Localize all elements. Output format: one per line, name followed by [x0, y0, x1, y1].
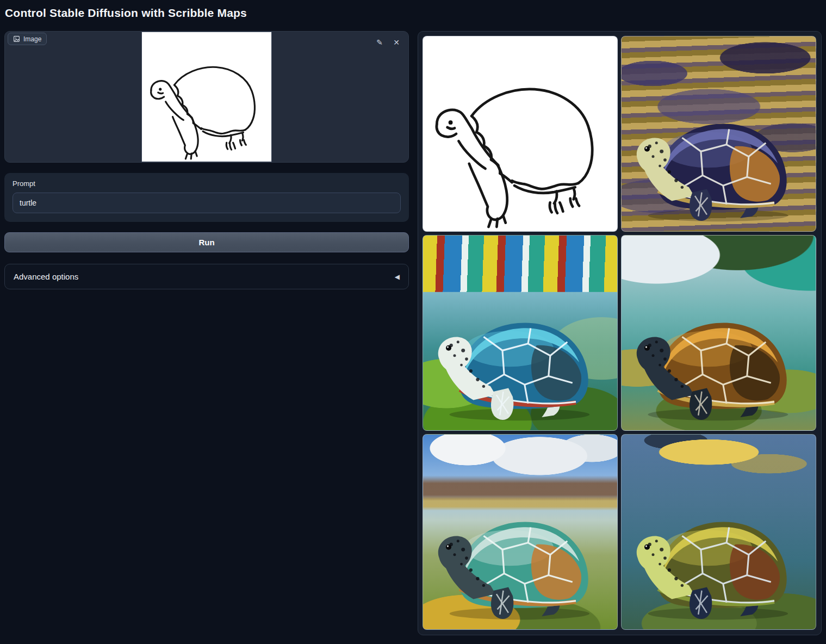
app-root: Control Stable Diffusion with Scribble M…: [0, 0, 826, 644]
gallery-item-turtle-teal-underwater[interactable]: [423, 235, 618, 431]
gallery-item-turtle-golden-water[interactable]: [621, 36, 816, 232]
run-button[interactable]: Run: [4, 232, 409, 252]
gallery-grid: [423, 36, 817, 630]
prompt-input[interactable]: [13, 193, 401, 213]
controls-column: Image ✎ ✕ Prompt Run Advanced options ◀: [4, 31, 409, 289]
gallery-item-turtle-amber-rocks[interactable]: [621, 235, 816, 431]
generated-turtle-image: [629, 86, 800, 223]
results-gallery: [418, 31, 822, 635]
scribble-turtle-thumbnail: [423, 36, 617, 231]
image-toolbar: ✎ ✕: [375, 38, 401, 47]
image-input-label-text: Image: [23, 35, 41, 43]
scribble-turtle-drawing: [142, 32, 271, 162]
edit-image-button[interactable]: ✎: [375, 38, 384, 47]
image-input-block[interactable]: Image ✎ ✕: [4, 31, 409, 163]
generated-turtle-image: [629, 286, 800, 422]
accordion-collapse-icon: ◀: [395, 273, 400, 281]
gallery-item-turtle-olive-underwater[interactable]: [621, 434, 816, 630]
clear-image-button[interactable]: ✕: [392, 38, 401, 47]
gallery-item-turtle-mountain-lake[interactable]: [423, 434, 618, 630]
advanced-options-accordion[interactable]: Advanced options ◀: [4, 264, 409, 289]
generated-turtle-image: [431, 286, 601, 422]
uploaded-scribble-image[interactable]: [141, 32, 272, 162]
image-input-label: Image: [8, 33, 47, 45]
page-title: Control Stable Diffusion with Scribble M…: [5, 7, 247, 20]
generated-turtle-image: [629, 485, 800, 621]
generated-turtle-image: [431, 485, 601, 621]
prompt-block: Prompt: [4, 173, 409, 222]
prompt-label: Prompt: [13, 179, 401, 188]
advanced-options-label: Advanced options: [14, 272, 78, 281]
image-icon: [13, 35, 20, 42]
gallery-item-sketch[interactable]: [423, 36, 618, 232]
